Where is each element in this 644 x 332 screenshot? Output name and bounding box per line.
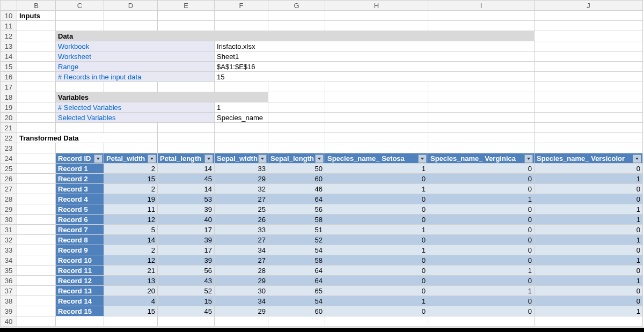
- cell[interactable]: [428, 21, 535, 31]
- cell[interactable]: [17, 143, 56, 153]
- cell[interactable]: [17, 255, 56, 265]
- data-cell[interactable]: 0: [325, 174, 428, 184]
- cell[interactable]: [17, 286, 56, 296]
- data-value[interactable]: Sheet1: [215, 51, 535, 62]
- col-header[interactable]: G: [268, 1, 325, 11]
- data-cell[interactable]: 0: [325, 215, 428, 225]
- cell[interactable]: [215, 21, 268, 31]
- cell[interactable]: [104, 143, 158, 153]
- filter-dropdown-icon[interactable]: [315, 154, 324, 163]
- data-cell[interactable]: 39: [158, 235, 215, 245]
- cell[interactable]: [268, 92, 325, 102]
- cell[interactable]: [158, 82, 215, 92]
- record-id-cell[interactable]: Record 2: [56, 174, 104, 184]
- cell[interactable]: [158, 143, 215, 153]
- data-cell[interactable]: 53: [158, 194, 215, 204]
- cell[interactable]: [268, 102, 325, 113]
- filter-dropdown-icon[interactable]: [204, 154, 213, 163]
- cell[interactable]: [17, 31, 56, 41]
- cell[interactable]: [17, 72, 56, 82]
- data-cell[interactable]: 39: [158, 255, 215, 265]
- data-cell[interactable]: 0: [325, 286, 428, 296]
- cell[interactable]: [535, 133, 643, 143]
- cell[interactable]: [325, 92, 428, 102]
- cell[interactable]: [17, 184, 56, 194]
- data-cell[interactable]: 0: [428, 235, 535, 245]
- cell[interactable]: [56, 82, 104, 92]
- data-cell[interactable]: 0: [535, 265, 643, 276]
- data-cell[interactable]: 1: [325, 225, 428, 235]
- cell[interactable]: [56, 143, 104, 153]
- table-column-header[interactable]: Species_name_ Versicolor: [535, 153, 643, 164]
- data-cell[interactable]: 0: [428, 184, 535, 194]
- row-header[interactable]: 23: [1, 143, 17, 153]
- data-cell[interactable]: 58: [268, 215, 325, 225]
- filter-dropdown-icon[interactable]: [524, 154, 533, 163]
- cell[interactable]: [158, 133, 215, 143]
- cell[interactable]: [104, 123, 158, 133]
- data-cell[interactable]: 21: [104, 265, 158, 276]
- cell[interactable]: [158, 11, 215, 21]
- variables-value[interactable]: 1: [215, 102, 268, 113]
- data-cell[interactable]: 20: [104, 286, 158, 296]
- row-header[interactable]: 39: [1, 306, 17, 316]
- data-cell[interactable]: 17: [158, 245, 215, 255]
- filter-dropdown-icon[interactable]: [94, 154, 103, 163]
- cell[interactable]: [268, 21, 325, 31]
- row-header[interactable]: 17: [1, 82, 17, 92]
- record-id-cell[interactable]: Record 12: [56, 276, 104, 286]
- row-header[interactable]: 16: [1, 72, 17, 82]
- data-cell[interactable]: 33: [215, 225, 268, 235]
- cell[interactable]: [17, 204, 56, 215]
- data-cell[interactable]: 0: [535, 245, 643, 255]
- cell[interactable]: [104, 82, 158, 92]
- cell[interactable]: [56, 21, 104, 31]
- variables-label[interactable]: Selected Variables: [56, 113, 215, 123]
- cell[interactable]: [17, 174, 56, 184]
- cell[interactable]: [535, 316, 643, 327]
- record-id-cell[interactable]: Record 4: [56, 194, 104, 204]
- data-cell[interactable]: 0: [535, 286, 643, 296]
- cell[interactable]: [268, 123, 325, 133]
- data-section-header[interactable]: Data: [56, 31, 535, 41]
- cell[interactable]: [17, 82, 56, 92]
- cell[interactable]: [268, 113, 325, 123]
- data-cell[interactable]: 0: [428, 164, 535, 174]
- row-header[interactable]: 24: [1, 153, 17, 164]
- cell[interactable]: [428, 102, 535, 113]
- row-header[interactable]: 22: [1, 133, 17, 143]
- cell[interactable]: [17, 276, 56, 286]
- data-value[interactable]: $A$1:$E$16: [215, 62, 535, 72]
- cell[interactable]: [17, 164, 56, 174]
- data-cell[interactable]: 64: [268, 265, 325, 276]
- cell[interactable]: [215, 133, 268, 143]
- cell[interactable]: [535, 51, 643, 62]
- data-cell[interactable]: 29: [215, 174, 268, 184]
- cell[interactable]: [17, 113, 56, 123]
- cell[interactable]: [325, 113, 428, 123]
- record-id-cell[interactable]: Record 13: [56, 286, 104, 296]
- data-cell[interactable]: 12: [104, 215, 158, 225]
- cell[interactable]: [535, 21, 643, 31]
- data-cell[interactable]: 60: [268, 174, 325, 184]
- data-cell[interactable]: 60: [268, 306, 325, 316]
- data-cell[interactable]: 65: [268, 286, 325, 296]
- cell[interactable]: [535, 113, 643, 123]
- cell[interactable]: [56, 123, 104, 133]
- col-header[interactable]: H: [325, 1, 428, 11]
- cell[interactable]: [17, 316, 56, 327]
- cell[interactable]: [104, 11, 158, 21]
- cell[interactable]: [215, 82, 268, 92]
- data-label[interactable]: Worksheet: [56, 51, 215, 62]
- cell[interactable]: [325, 11, 428, 21]
- cell[interactable]: [17, 41, 56, 51]
- cell[interactable]: [325, 133, 428, 143]
- cell[interactable]: [268, 143, 325, 153]
- data-cell[interactable]: 0: [428, 204, 535, 215]
- data-cell[interactable]: 29: [215, 276, 268, 286]
- record-id-cell[interactable]: Record 10: [56, 255, 104, 265]
- table-column-header[interactable]: Species_name_ Setosa: [325, 153, 428, 164]
- col-header[interactable]: I: [428, 1, 535, 11]
- data-cell[interactable]: 0: [428, 276, 535, 286]
- data-cell[interactable]: 25: [215, 204, 268, 215]
